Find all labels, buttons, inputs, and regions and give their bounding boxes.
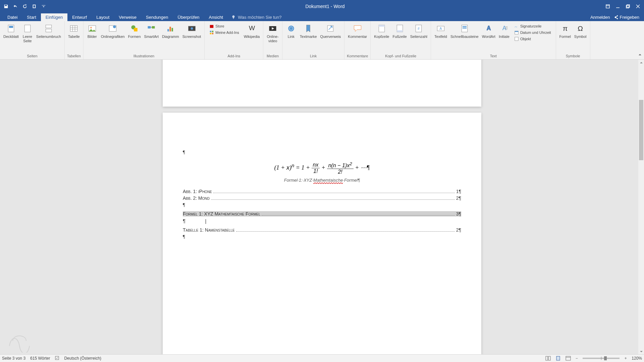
zoom-slider[interactable]	[583, 358, 620, 359]
onlinevideo-button[interactable]: Online- video	[265, 22, 280, 44]
tell-me-search[interactable]: Was möchten Sie tun?	[228, 13, 285, 21]
meine-addins-button[interactable]: Meine Add-Ins	[208, 29, 240, 36]
zoom-percent[interactable]: 120%	[632, 356, 642, 361]
svg-rect-45	[515, 31, 519, 32]
touch-mode-icon[interactable]	[31, 3, 38, 10]
svg-point-29	[288, 25, 294, 32]
qat-more-icon[interactable]	[40, 3, 47, 10]
group-label-seiten: Seiten	[27, 53, 37, 59]
group-text: ATextfeld Schnellbausteine AWordArt AIni…	[431, 21, 556, 59]
tab-einfugen[interactable]: Einfügen	[41, 13, 67, 21]
kommentar-button[interactable]: Kommentar	[346, 22, 368, 40]
zoom-thumb[interactable]	[604, 356, 607, 360]
link-button[interactable]: Link	[284, 22, 298, 40]
formel-button[interactable]: πFormel	[558, 22, 572, 40]
datum-uhrzeit-button[interactable]: Datum und Uhrzeit	[513, 29, 552, 36]
tab-start[interactable]: Start	[22, 13, 41, 21]
zoom-in-icon[interactable]: +	[623, 356, 628, 361]
collapse-ribbon-icon[interactable]	[638, 52, 642, 58]
equation-caption[interactable]: Formel·1:·XYZ·Mathemtaische·Formel¶	[183, 178, 461, 183]
tab-file[interactable]: Datei	[3, 13, 22, 21]
status-page[interactable]: Seite 3 von 3	[2, 356, 25, 361]
svg-rect-19	[172, 28, 173, 32]
tab-sendungen[interactable]: Sendungen	[141, 13, 173, 21]
textfeld-button[interactable]: ATextfeld	[433, 22, 448, 40]
svg-rect-41	[463, 27, 467, 28]
smartart-button[interactable]: SmartArt	[143, 22, 160, 40]
group-label-text: Text	[490, 53, 497, 59]
save-icon[interactable]	[3, 3, 9, 10]
screenshot-button[interactable]: Screenshot	[181, 22, 203, 40]
svg-rect-8	[70, 25, 77, 32]
objekt-button[interactable]: Objekt	[513, 36, 552, 42]
kopfzeile-button[interactable]: Kopfzeile	[373, 22, 390, 40]
toc-entry-abb2[interactable]: Abb. 2: Mond 2¶	[183, 195, 461, 201]
page-previous	[163, 60, 481, 107]
status-words[interactable]: 615 Wörter	[30, 356, 50, 361]
group-label-kommentare: Kommentare	[347, 53, 368, 59]
svg-text:A: A	[486, 25, 491, 32]
group-medien: Online- video Medien	[263, 21, 282, 59]
spellcheck-icon[interactable]	[55, 356, 59, 361]
formen-button[interactable]: Formen	[127, 22, 142, 40]
page-current[interactable]: ¶ (1 + x)n = 1 + nx1! + n(n − 1)x22! + ⋯…	[163, 113, 481, 354]
svg-rect-16	[152, 26, 155, 28]
scroll-down-icon[interactable]	[638, 349, 644, 354]
textmarke-button[interactable]: Textmarke	[299, 22, 318, 40]
onlinegrafiken-button[interactable]: Onlinegrafiken	[100, 22, 126, 40]
tab-uberprufen[interactable]: Überprüfen	[173, 13, 204, 21]
bilder-button[interactable]: Bilder	[86, 22, 99, 40]
svg-rect-24	[212, 31, 213, 32]
equation[interactable]: (1 + x)n = 1 + nx1! + n(n − 1)x22! + ⋯¶	[183, 161, 461, 175]
svg-rect-4	[9, 26, 13, 28]
scroll-up-icon[interactable]	[638, 60, 644, 65]
signaturzeile-button[interactable]: Signaturzeile	[513, 23, 552, 29]
querverweis-button[interactable]: Querverweis	[319, 22, 342, 40]
wordart-button[interactable]: AWordArt	[481, 22, 497, 40]
minimize-icon[interactable]	[613, 2, 623, 10]
tabelle-button[interactable]: Tabelle	[67, 22, 81, 40]
login-link[interactable]: Anmelden	[590, 15, 610, 20]
toc-entry-abb1[interactable]: Abb. 1: iPhone 1¶	[183, 189, 461, 194]
svg-point-12	[113, 25, 116, 28]
store-button[interactable]: Store	[208, 23, 240, 29]
ribbon-display-icon[interactable]	[603, 2, 612, 10]
tab-ansicht[interactable]: Ansicht	[204, 13, 228, 21]
group-label-kopf: Kopf- und Fußzeile	[385, 53, 416, 59]
fusszeile-button[interactable]: Fußzeile	[391, 22, 408, 40]
view-web-icon[interactable]	[564, 355, 573, 361]
scrollbar-thumb[interactable]	[639, 100, 643, 160]
svg-rect-15	[148, 26, 151, 28]
close-icon[interactable]	[633, 2, 643, 10]
group-label-medien: Medien	[267, 53, 279, 59]
redo-icon[interactable]	[21, 3, 28, 10]
svg-rect-22	[210, 25, 214, 28]
tab-layout[interactable]: Layout	[92, 13, 114, 21]
ribbon-tabs: Datei Start Einfügen Entwurf Layout Verw…	[0, 13, 644, 21]
svg-rect-46	[515, 37, 519, 41]
share-button[interactable]: Freigeben	[614, 15, 639, 20]
schnellbausteine-button[interactable]: Schnellbausteine	[449, 22, 480, 40]
tab-entwurf[interactable]: Entwurf	[67, 13, 92, 21]
tab-verweise[interactable]: Verweise	[114, 13, 141, 21]
zoom-out-icon[interactable]: −	[574, 356, 579, 361]
wikipedia-button[interactable]: WWikipedia	[243, 22, 261, 40]
toc-entry-tabelle1[interactable]: Tabelle 1: Namenstabelle 2¶	[183, 227, 461, 233]
vertical-scrollbar[interactable]	[638, 60, 644, 354]
toc-entry-formel1[interactable]: Formel 1: XYZ Mathemtaische Formel 3¶	[183, 211, 461, 217]
seitenzahl-button[interactable]: #Seitenzahl	[409, 22, 429, 40]
svg-rect-34	[397, 30, 403, 32]
maximize-icon[interactable]	[623, 2, 633, 10]
diagramm-button[interactable]: Diagramm	[161, 22, 180, 40]
leere-seite-button[interactable]: Leere Seite	[21, 22, 34, 44]
seitenumbruch-button[interactable]: Seitenumbruch	[35, 22, 62, 40]
status-language[interactable]: Deutsch (Österreich)	[64, 356, 101, 361]
view-read-icon[interactable]	[544, 355, 552, 361]
view-print-icon[interactable]	[554, 355, 562, 361]
deckblatt-button[interactable]: Deckblatt	[2, 22, 20, 40]
svg-rect-25	[210, 33, 211, 34]
symbol-button[interactable]: ΩSymbol	[573, 22, 588, 40]
undo-icon[interactable]	[12, 3, 19, 10]
document-area[interactable]: ¶ (1 + x)n = 1 + nx1! + n(n − 1)x22! + ⋯…	[0, 60, 644, 354]
initiale-button[interactable]: AInitiale	[497, 22, 511, 40]
